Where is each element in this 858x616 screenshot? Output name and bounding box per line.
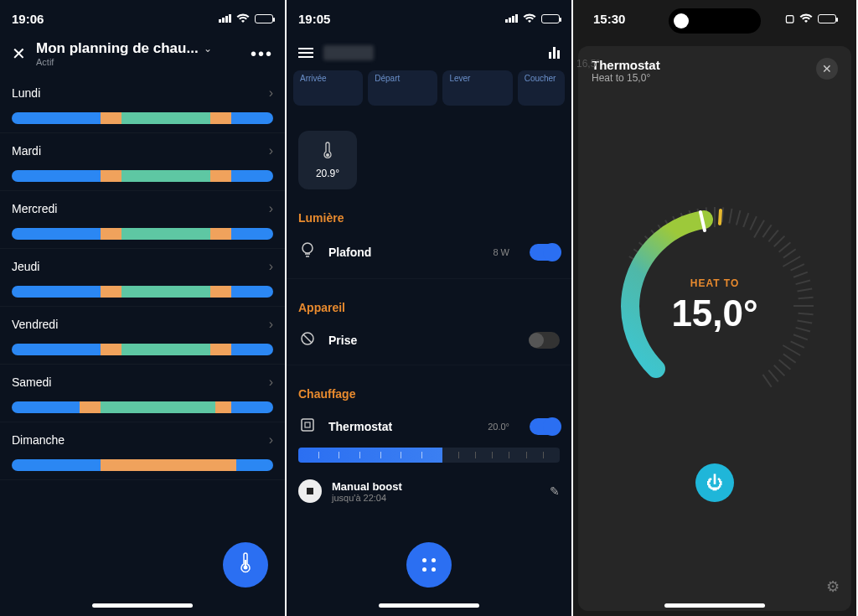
day-label: Samedi [12,375,51,389]
event-row: ArrivéeDépartLeverCoucher [287,70,571,109]
card-title: Thermostat [592,58,660,72]
fab-thermometer[interactable] [223,542,268,588]
day-list: Lundi › Mardi › Mercredi › Jeudi › Vendr… [0,75,285,480]
event-card[interactable]: Arrivée [293,70,363,106]
schedule-screen: 19:06 ✕ Mon planning de chau... ⌄ Actif … [0,0,287,616]
thermostat-card: 16,5° Thermostat Heat to 15,0° ✕ [578,46,851,611]
day-timeline [12,401,273,413]
thermometer-icon [240,551,251,578]
status-bar: 19:06 [0,0,285,37]
device-name: Plafond [328,246,481,259]
device-name: Prise [328,334,518,347]
gear-icon[interactable]: ⚙ [826,577,840,596]
day-label: Mercredi [12,202,57,215]
dial-center: HEAT TO 15,0° [606,197,824,415]
day-label: Lundi [12,86,40,100]
plug-icon [298,331,317,349]
day-label: Mardi [12,144,41,158]
day-row[interactable]: Mercredi › [0,191,285,249]
device-meta: 8 W [493,247,509,257]
more-icon[interactable]: ••• [251,44,273,64]
day-timeline [12,228,273,240]
battery-icon [541,14,560,23]
chevron-right-icon: › [269,375,273,390]
day-timeline [12,344,273,355]
day-row[interactable]: Jeudi › [0,249,285,307]
device-row-thermostat[interactable]: Thermostat 20.0° [287,402,571,444]
ambient-temp: 16,5° [576,58,600,70]
chevron-right-icon: › [269,85,273,101]
svg-rect-6 [302,419,313,431]
home-indicator[interactable] [92,603,193,608]
page-title: Mon planning de chau... [36,40,199,57]
close-button[interactable]: ✕ [816,58,838,80]
svg-point-3 [302,243,313,253]
pencil-icon[interactable]: ✎ [550,484,560,498]
battery-charging-icon [818,14,836,23]
grid-icon [422,558,436,572]
day-timeline [12,170,273,182]
toggle-plafond[interactable] [530,244,560,261]
thermostat-icon [298,417,317,436]
day-row[interactable]: Dimanche › [0,422,285,480]
chevron-right-icon: › [269,259,273,274]
event-card[interactable]: Lever [442,70,512,106]
device-meta: 20.0° [488,422,509,432]
event-card[interactable]: Coucher [518,70,565,106]
fab-rooms[interactable] [406,542,452,588]
dynamic-island [669,8,761,34]
status-icons [505,12,560,26]
status-icons: ▢ [785,12,836,26]
power-button[interactable]: ⏻ [695,463,734,502]
day-row[interactable]: Lundi › [0,75,285,133]
wifi-icon [799,12,813,26]
home-indicator[interactable] [379,603,479,608]
manual-boost-row[interactable]: Manual boost jusqu'à 22:04 ✎ [287,469,571,513]
dashboard-header [287,37,571,70]
power-icon: ⏻ [706,474,723,493]
day-row[interactable]: Mardi › [0,133,285,191]
stats-icon[interactable] [549,47,560,59]
wifi-icon [523,12,536,26]
home-indicator[interactable] [664,603,765,608]
svg-line-5 [303,334,312,343]
menu-icon[interactable] [298,48,313,58]
status-bar: 15:30 ▢ [573,0,856,37]
temperature-tile[interactable]: 20.9° [298,131,357,189]
cellular-icon [505,14,518,23]
day-row[interactable]: Samedi › [0,365,285,422]
title-block[interactable]: Mon planning de chau... ⌄ Actif [36,40,240,67]
device-name: Thermostat [328,420,476,433]
status-bar: 19:05 [287,0,571,37]
bulb-icon [298,241,317,263]
chevron-right-icon: › [269,432,273,448]
stop-boost-button[interactable] [298,479,322,503]
boost-text: Manual boost jusqu'à 22:04 [332,480,540,503]
battery-icon [255,14,273,23]
svg-point-2 [326,153,329,157]
toggle-thermostat[interactable] [530,418,560,435]
device-row-prise[interactable]: Prise [287,316,571,365]
close-icon[interactable]: ✕ [12,44,26,64]
thermostat-slider[interactable] [298,448,560,463]
heat-to-label: HEAT TO [690,277,740,289]
dashboard-screen: 19:05 ArrivéeDépartLeverCoucher 20.9° Lu… [287,0,573,616]
boost-title: Manual boost [332,480,540,493]
device-row-plafond[interactable]: Plafond 8 W [287,226,571,279]
status-icons [219,12,273,26]
temperature-dial[interactable]: HEAT TO 15,0° [606,197,824,415]
day-timeline [12,459,273,471]
status-time: 19:05 [298,12,330,26]
svg-rect-7 [305,422,310,427]
temperature-value: 20.9° [316,168,339,179]
section-title-light: Lumière [287,189,571,226]
thermometer-icon [323,142,333,163]
boost-subtitle: jusqu'à 22:04 [332,493,540,503]
card-header: Thermostat Heat to 15,0° ✕ [592,58,838,84]
day-row[interactable]: Vendredi › [0,307,285,365]
toggle-prise[interactable] [530,332,560,349]
status-time: 15:30 [593,12,625,26]
chevron-right-icon: › [269,201,273,216]
event-card[interactable]: Départ [368,70,437,106]
focus-icon: ▢ [785,13,794,24]
